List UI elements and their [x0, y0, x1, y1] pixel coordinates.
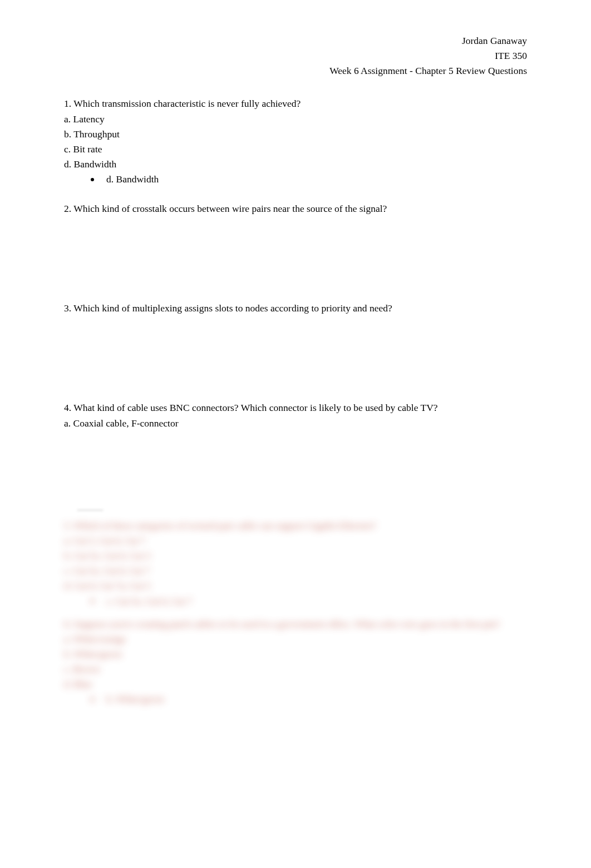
q5-option-a: a. Cat 5, Cat 6, Cat 7 — [64, 533, 527, 548]
q1-prompt: 1. Which transmission characteristic is … — [64, 96, 527, 111]
q1-option-b: b. Throughput — [64, 127, 527, 142]
q5-option-d: d. Cat 6, Cat 7a, Cat 5 — [64, 578, 527, 593]
q1-option-d: d. Bandwidth — [64, 157, 527, 172]
header-assignment: Week 6 Assignment - Chapter 5 Review Que… — [64, 63, 527, 78]
separator-line — [77, 510, 103, 510]
bullet-icon — [91, 698, 94, 701]
document-body: 1. Which transmission characteristic is … — [64, 96, 527, 707]
q6-option-d: d. Blue — [64, 677, 527, 692]
q5-option-b: b. Cat 5e, Cat 6, Cat 3 — [64, 548, 527, 563]
bullet-icon — [91, 178, 94, 181]
q5-prompt: 5. Which of these categories of twisted-… — [64, 518, 527, 533]
document-header: Jordan Ganaway ITE 350 Week 6 Assignment… — [64, 33, 527, 78]
q6-answer-row: b. White/green — [64, 692, 527, 707]
q5-answer: c. Cat 5e, Cat 6, Cat 7 — [106, 594, 192, 609]
q6-prompt: 6. Suppose you're creating patch cables … — [64, 617, 527, 632]
q6-answer: b. White/green — [106, 692, 164, 707]
q6-option-b: b. White/green — [64, 647, 527, 662]
q6-option-a: a. White/orange — [64, 632, 527, 647]
header-name: Jordan Ganaway — [64, 33, 527, 48]
q1-answer-row: d. Bandwidth — [64, 172, 527, 187]
q1-answer: d. Bandwidth — [106, 172, 159, 187]
q5-answer-row: c. Cat 5e, Cat 6, Cat 7 — [64, 594, 527, 609]
bullet-icon — [91, 599, 94, 603]
q6-option-c: c. Brown — [64, 662, 527, 677]
q4-prompt: 4. What kind of cable uses BNC connector… — [64, 400, 527, 415]
q1-option-c: c. Bit rate — [64, 142, 527, 157]
header-course: ITE 350 — [64, 48, 527, 63]
q3-prompt: 3. Which kind of multiplexing assigns sl… — [64, 301, 527, 316]
q4-option-a: a. Coaxial cable, F-connector — [64, 416, 527, 431]
q1-option-a: a. Latency — [64, 112, 527, 127]
q2-prompt: 2. Which kind of crosstalk occurs betwee… — [64, 201, 527, 216]
q5-option-c: c. Cat 5e, Cat 6, Cat 7 — [64, 563, 527, 578]
blurred-section: 5. Which of these categories of twisted-… — [64, 510, 527, 707]
